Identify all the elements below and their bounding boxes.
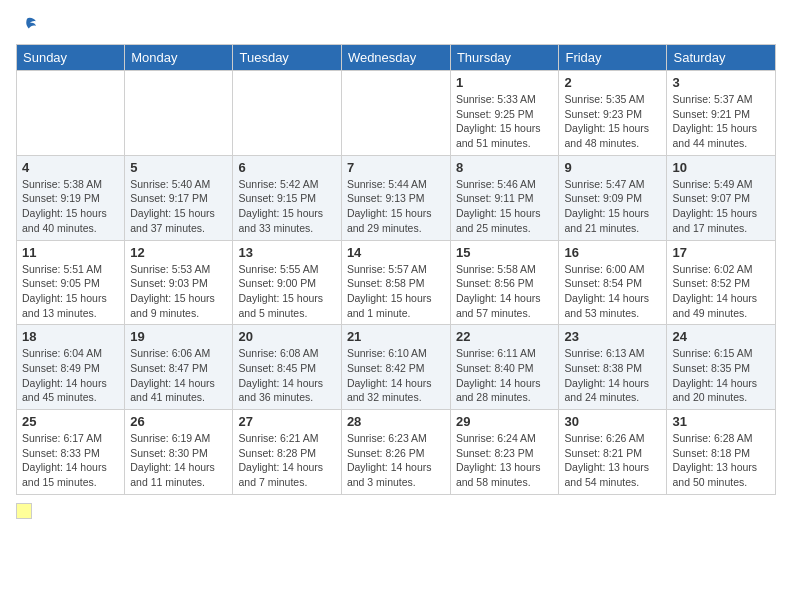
calendar-cell: 7Sunrise: 5:44 AMSunset: 9:13 PMDaylight… bbox=[341, 155, 450, 240]
day-number: 12 bbox=[130, 245, 227, 260]
calendar-cell: 4Sunrise: 5:38 AMSunset: 9:19 PMDaylight… bbox=[17, 155, 125, 240]
logo-bird-icon bbox=[18, 16, 36, 34]
legend-color-box bbox=[16, 503, 32, 519]
day-info: Sunrise: 6:02 AMSunset: 8:52 PMDaylight:… bbox=[672, 262, 770, 321]
day-info: Sunrise: 5:58 AMSunset: 8:56 PMDaylight:… bbox=[456, 262, 554, 321]
day-number: 8 bbox=[456, 160, 554, 175]
calendar-week-row: 25Sunrise: 6:17 AMSunset: 8:33 PMDayligh… bbox=[17, 410, 776, 495]
day-info: Sunrise: 6:28 AMSunset: 8:18 PMDaylight:… bbox=[672, 431, 770, 490]
day-info: Sunrise: 6:00 AMSunset: 8:54 PMDaylight:… bbox=[564, 262, 661, 321]
day-info: Sunrise: 6:24 AMSunset: 8:23 PMDaylight:… bbox=[456, 431, 554, 490]
calendar-cell: 13Sunrise: 5:55 AMSunset: 9:00 PMDayligh… bbox=[233, 240, 341, 325]
day-number: 4 bbox=[22, 160, 119, 175]
day-info: Sunrise: 6:10 AMSunset: 8:42 PMDaylight:… bbox=[347, 346, 445, 405]
day-number: 7 bbox=[347, 160, 445, 175]
calendar-cell: 21Sunrise: 6:10 AMSunset: 8:42 PMDayligh… bbox=[341, 325, 450, 410]
day-info: Sunrise: 6:04 AMSunset: 8:49 PMDaylight:… bbox=[22, 346, 119, 405]
day-number: 28 bbox=[347, 414, 445, 429]
calendar-cell: 16Sunrise: 6:00 AMSunset: 8:54 PMDayligh… bbox=[559, 240, 667, 325]
calendar-cell bbox=[233, 71, 341, 156]
calendar-day-header: Monday bbox=[125, 45, 233, 71]
day-number: 31 bbox=[672, 414, 770, 429]
day-number: 15 bbox=[456, 245, 554, 260]
calendar-cell: 26Sunrise: 6:19 AMSunset: 8:30 PMDayligh… bbox=[125, 410, 233, 495]
day-info: Sunrise: 5:33 AMSunset: 9:25 PMDaylight:… bbox=[456, 92, 554, 151]
day-number: 26 bbox=[130, 414, 227, 429]
calendar-cell: 3Sunrise: 5:37 AMSunset: 9:21 PMDaylight… bbox=[667, 71, 776, 156]
day-info: Sunrise: 6:26 AMSunset: 8:21 PMDaylight:… bbox=[564, 431, 661, 490]
calendar-day-header: Friday bbox=[559, 45, 667, 71]
day-info: Sunrise: 5:51 AMSunset: 9:05 PMDaylight:… bbox=[22, 262, 119, 321]
day-info: Sunrise: 5:40 AMSunset: 9:17 PMDaylight:… bbox=[130, 177, 227, 236]
day-info: Sunrise: 6:19 AMSunset: 8:30 PMDaylight:… bbox=[130, 431, 227, 490]
day-info: Sunrise: 6:15 AMSunset: 8:35 PMDaylight:… bbox=[672, 346, 770, 405]
day-number: 22 bbox=[456, 329, 554, 344]
day-number: 14 bbox=[347, 245, 445, 260]
calendar-cell: 1Sunrise: 5:33 AMSunset: 9:25 PMDaylight… bbox=[450, 71, 559, 156]
day-info: Sunrise: 6:11 AMSunset: 8:40 PMDaylight:… bbox=[456, 346, 554, 405]
day-number: 25 bbox=[22, 414, 119, 429]
day-number: 21 bbox=[347, 329, 445, 344]
calendar-week-row: 11Sunrise: 5:51 AMSunset: 9:05 PMDayligh… bbox=[17, 240, 776, 325]
day-info: Sunrise: 6:13 AMSunset: 8:38 PMDaylight:… bbox=[564, 346, 661, 405]
calendar-cell: 22Sunrise: 6:11 AMSunset: 8:40 PMDayligh… bbox=[450, 325, 559, 410]
calendar-week-row: 1Sunrise: 5:33 AMSunset: 9:25 PMDaylight… bbox=[17, 71, 776, 156]
day-number: 30 bbox=[564, 414, 661, 429]
calendar-cell bbox=[17, 71, 125, 156]
day-info: Sunrise: 6:06 AMSunset: 8:47 PMDaylight:… bbox=[130, 346, 227, 405]
calendar-cell: 29Sunrise: 6:24 AMSunset: 8:23 PMDayligh… bbox=[450, 410, 559, 495]
day-info: Sunrise: 5:47 AMSunset: 9:09 PMDaylight:… bbox=[564, 177, 661, 236]
calendar-cell bbox=[125, 71, 233, 156]
calendar-day-header: Sunday bbox=[17, 45, 125, 71]
calendar-cell: 27Sunrise: 6:21 AMSunset: 8:28 PMDayligh… bbox=[233, 410, 341, 495]
day-number: 2 bbox=[564, 75, 661, 90]
day-info: Sunrise: 5:38 AMSunset: 9:19 PMDaylight:… bbox=[22, 177, 119, 236]
day-info: Sunrise: 5:55 AMSunset: 9:00 PMDaylight:… bbox=[238, 262, 335, 321]
calendar-cell: 31Sunrise: 6:28 AMSunset: 8:18 PMDayligh… bbox=[667, 410, 776, 495]
day-number: 13 bbox=[238, 245, 335, 260]
day-number: 17 bbox=[672, 245, 770, 260]
calendar-cell: 2Sunrise: 5:35 AMSunset: 9:23 PMDaylight… bbox=[559, 71, 667, 156]
calendar-week-row: 4Sunrise: 5:38 AMSunset: 9:19 PMDaylight… bbox=[17, 155, 776, 240]
calendar-cell: 24Sunrise: 6:15 AMSunset: 8:35 PMDayligh… bbox=[667, 325, 776, 410]
day-number: 27 bbox=[238, 414, 335, 429]
day-number: 18 bbox=[22, 329, 119, 344]
calendar-cell: 5Sunrise: 5:40 AMSunset: 9:17 PMDaylight… bbox=[125, 155, 233, 240]
day-number: 20 bbox=[238, 329, 335, 344]
calendar-cell: 18Sunrise: 6:04 AMSunset: 8:49 PMDayligh… bbox=[17, 325, 125, 410]
day-number: 10 bbox=[672, 160, 770, 175]
calendar-day-header: Saturday bbox=[667, 45, 776, 71]
calendar-cell: 20Sunrise: 6:08 AMSunset: 8:45 PMDayligh… bbox=[233, 325, 341, 410]
day-info: Sunrise: 5:44 AMSunset: 9:13 PMDaylight:… bbox=[347, 177, 445, 236]
day-number: 6 bbox=[238, 160, 335, 175]
calendar-day-header: Thursday bbox=[450, 45, 559, 71]
calendar-cell: 17Sunrise: 6:02 AMSunset: 8:52 PMDayligh… bbox=[667, 240, 776, 325]
logo bbox=[16, 16, 36, 34]
day-number: 29 bbox=[456, 414, 554, 429]
day-info: Sunrise: 5:49 AMSunset: 9:07 PMDaylight:… bbox=[672, 177, 770, 236]
calendar-cell: 10Sunrise: 5:49 AMSunset: 9:07 PMDayligh… bbox=[667, 155, 776, 240]
day-number: 11 bbox=[22, 245, 119, 260]
calendar-cell bbox=[341, 71, 450, 156]
day-number: 5 bbox=[130, 160, 227, 175]
day-info: Sunrise: 6:08 AMSunset: 8:45 PMDaylight:… bbox=[238, 346, 335, 405]
calendar-cell: 19Sunrise: 6:06 AMSunset: 8:47 PMDayligh… bbox=[125, 325, 233, 410]
day-number: 23 bbox=[564, 329, 661, 344]
day-number: 9 bbox=[564, 160, 661, 175]
day-info: Sunrise: 5:53 AMSunset: 9:03 PMDaylight:… bbox=[130, 262, 227, 321]
calendar-header-row: SundayMondayTuesdayWednesdayThursdayFrid… bbox=[17, 45, 776, 71]
day-info: Sunrise: 5:46 AMSunset: 9:11 PMDaylight:… bbox=[456, 177, 554, 236]
calendar-day-header: Wednesday bbox=[341, 45, 450, 71]
calendar-cell: 23Sunrise: 6:13 AMSunset: 8:38 PMDayligh… bbox=[559, 325, 667, 410]
day-info: Sunrise: 5:42 AMSunset: 9:15 PMDaylight:… bbox=[238, 177, 335, 236]
calendar-cell: 25Sunrise: 6:17 AMSunset: 8:33 PMDayligh… bbox=[17, 410, 125, 495]
day-number: 19 bbox=[130, 329, 227, 344]
calendar-table: SundayMondayTuesdayWednesdayThursdayFrid… bbox=[16, 44, 776, 495]
day-number: 1 bbox=[456, 75, 554, 90]
day-info: Sunrise: 5:37 AMSunset: 9:21 PMDaylight:… bbox=[672, 92, 770, 151]
calendar-cell: 30Sunrise: 6:26 AMSunset: 8:21 PMDayligh… bbox=[559, 410, 667, 495]
legend bbox=[16, 503, 776, 519]
day-info: Sunrise: 5:57 AMSunset: 8:58 PMDaylight:… bbox=[347, 262, 445, 321]
calendar-cell: 11Sunrise: 5:51 AMSunset: 9:05 PMDayligh… bbox=[17, 240, 125, 325]
calendar-week-row: 18Sunrise: 6:04 AMSunset: 8:49 PMDayligh… bbox=[17, 325, 776, 410]
